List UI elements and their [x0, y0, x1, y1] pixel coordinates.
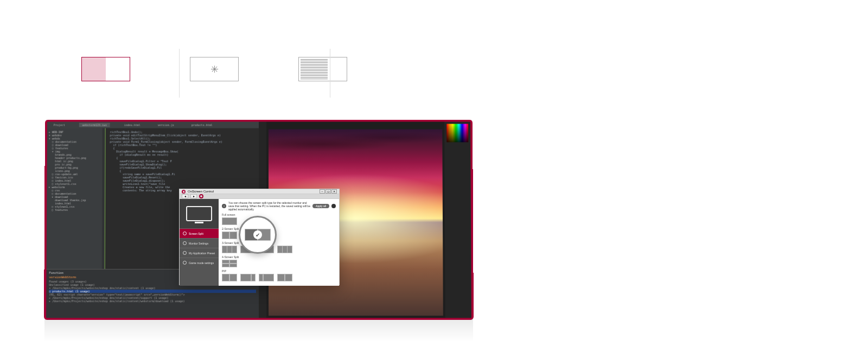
dialog-sidebar: Screen Split Monitor Settings My Applica…	[180, 199, 219, 286]
sidebar-label: Screen Split	[189, 232, 203, 235]
file-tab[interactable]: version.js	[155, 123, 177, 127]
sidebar-label: Monitor Settings	[189, 242, 208, 245]
dialog-titlebar[interactable]: ◐ OnScreen Control – ▭ ✕	[180, 189, 339, 194]
forward-button[interactable]: ▸	[190, 194, 197, 198]
tab-loading[interactable]	[190, 57, 239, 81]
maximize-button[interactable]: ▭	[326, 189, 331, 194]
file-tree[interactable]: ▸ WEB-INF ▾ webdev ▾ webdx ▢ documentati…	[47, 128, 103, 269]
sidebar-item-app-preset[interactable]: My Application Preset	[180, 248, 219, 258]
section-label: PIP	[222, 269, 336, 273]
info-icon: i	[222, 204, 226, 208]
panel-label: Project	[50, 123, 68, 127]
back-button[interactable]: ◂	[182, 194, 188, 198]
layout-option-pip4[interactable]	[277, 274, 292, 281]
layout-option-3d[interactable]	[277, 246, 292, 253]
mode-tabs	[81, 57, 347, 81]
sidebar-label: Game mode settings	[189, 261, 214, 265]
layout-option-pip3[interactable]	[259, 274, 274, 281]
dialog-toolbar: ◂ ▸	[180, 194, 339, 199]
separator	[330, 49, 330, 98]
ide-tabbar: Project webstorm123.iws index.html versi…	[47, 121, 259, 128]
tab-screen-split[interactable]	[81, 57, 130, 81]
info-text: You can choose the screen split type for…	[228, 201, 310, 211]
usage-line[interactable]: ▸ /Users/mpks/Projects/website/eshop_dev…	[49, 299, 256, 303]
tree-node[interactable]: ▢ features	[48, 208, 100, 211]
power-icon[interactable]	[199, 194, 203, 198]
layout-option-4a[interactable]	[222, 260, 237, 267]
section-label: 4-Screen Split	[222, 255, 336, 259]
photo-panels[interactable]	[444, 121, 471, 318]
monitor-reflection	[44, 320, 473, 342]
game-icon	[183, 261, 187, 265]
layout-option-full[interactable]	[222, 217, 237, 225]
help-button[interactable]	[331, 204, 336, 208]
dialog-main: i You can choose the screen split type f…	[219, 199, 339, 286]
app-icon: ◐	[182, 190, 186, 194]
check-icon: ✔	[253, 230, 262, 239]
preset-icon	[183, 251, 187, 255]
editor-gutter	[102, 128, 106, 269]
sidebar-item-game-mode[interactable]: Game mode settings	[180, 258, 219, 267]
layout-option-2a[interactable]	[222, 232, 237, 239]
sidebar-label: My Application Preset	[189, 252, 215, 255]
separator	[179, 49, 180, 98]
section-label: 3-Screen Split	[222, 241, 336, 245]
tab-pbp[interactable]	[298, 57, 347, 81]
layout-option-pip2[interactable]	[240, 274, 256, 281]
layout-option-3a[interactable]	[222, 246, 237, 253]
file-tab[interactable]: products.html	[188, 123, 216, 127]
color-picker-icon[interactable]	[446, 124, 468, 142]
magnifier-lens: ✔	[239, 216, 277, 254]
sidebar-item-screen-split[interactable]: Screen Split	[180, 228, 219, 238]
layout-option-pip1[interactable]	[222, 274, 237, 281]
gear-icon	[183, 241, 187, 245]
sidebar-item-monitor-settings[interactable]: Monitor Settings	[180, 238, 219, 248]
file-tab[interactable]: index.html	[121, 123, 144, 127]
close-button[interactable]: ✕	[331, 189, 337, 194]
apply-all-button[interactable]: Apply all	[312, 204, 329, 208]
minimize-button[interactable]: –	[320, 189, 325, 194]
dialog-title: OnScreen Control	[188, 190, 214, 193]
file-tab[interactable]: webstorm123.iws	[79, 123, 110, 127]
monitor-preview-icon	[180, 199, 219, 228]
section-label: Full screen	[222, 213, 336, 216]
split-icon	[183, 232, 187, 235]
